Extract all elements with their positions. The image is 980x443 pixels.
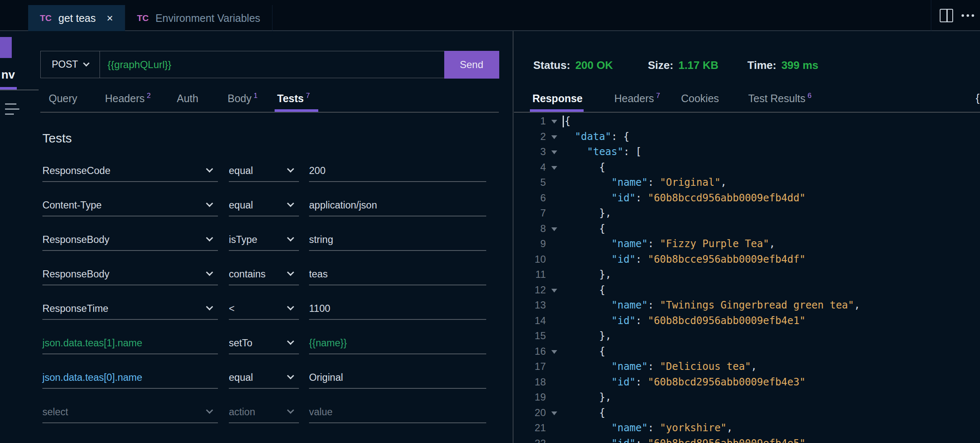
test-operator-select[interactable]: equal — [229, 195, 299, 216]
code-line: 3"teas": [ — [514, 144, 980, 160]
test-operator-select[interactable]: setTo — [229, 333, 299, 354]
panel-divider[interactable] — [513, 31, 514, 443]
fold-arrow-icon[interactable] — [546, 134, 563, 139]
code-text: }, — [563, 330, 611, 342]
code-line: 15}, — [514, 328, 980, 344]
method-select[interactable]: POST — [41, 51, 100, 78]
code-line: 11}, — [514, 267, 980, 282]
editor-tab-environment-variables[interactable]: TCEnvironment Variables — [125, 5, 273, 31]
response-body-editor[interactable]: 1{2"data": {3"teas": [4{5"name": "Origin… — [514, 113, 980, 443]
test-expected-value-input[interactable]: {{name}} — [309, 333, 486, 354]
tab-tests[interactable]: Tests7 — [277, 88, 310, 112]
test-expected-value-input[interactable]: string — [309, 229, 486, 251]
fold-arrow-icon[interactable] — [546, 349, 563, 354]
test-field-select[interactable]: json.data.teas[1].name — [42, 333, 218, 354]
test-operator-select[interactable]: equal — [229, 161, 299, 182]
tab-headers[interactable]: Headers7 — [614, 88, 660, 112]
json-key: "id" — [611, 192, 636, 204]
tab-label: Cookies — [681, 92, 719, 105]
fold-arrow-icon[interactable] — [546, 287, 563, 293]
line-number: 19 — [514, 391, 546, 403]
json-punctuation: { — [599, 223, 605, 235]
json-string: "Original" — [660, 177, 721, 188]
editor-tab-label: Environment Variables — [155, 12, 260, 24]
send-button[interactable]: Send — [444, 51, 499, 79]
fold-arrow-icon[interactable] — [546, 165, 563, 170]
tab-label: Tests — [277, 92, 304, 105]
test-field-select[interactable]: json.data.teas[0].name — [42, 367, 218, 389]
test-field-select[interactable]: ResponseBody — [42, 264, 218, 285]
code-line: 7}, — [514, 206, 980, 221]
editor-tab-get-teas[interactable]: TCget teas× — [28, 5, 125, 31]
json-punctuation: }, — [599, 207, 611, 219]
test-operator-select[interactable]: < — [229, 298, 299, 320]
test-field-value: ResponseBody — [42, 269, 109, 280]
close-icon[interactable]: × — [107, 13, 113, 24]
menu-icon[interactable] — [5, 103, 19, 119]
test-operator-select[interactable]: action — [229, 402, 299, 423]
test-field-select[interactable]: select — [42, 402, 218, 423]
sidebar-purple-button[interactable] — [0, 37, 12, 58]
url-input[interactable]: {{graphQLurl}} — [100, 51, 445, 78]
fold-arrow-icon[interactable] — [546, 410, 563, 415]
test-field-value: ResponseCode — [42, 165, 110, 177]
json-punctuation: }, — [599, 391, 611, 403]
sidebar-env-tab[interactable]: nv — [1, 68, 15, 82]
tab-headers[interactable]: Headers2 — [105, 88, 151, 112]
test-operator-select[interactable]: contains — [229, 264, 299, 285]
chevron-down-icon — [287, 200, 294, 207]
json-key: "name" — [611, 422, 648, 434]
test-field-select[interactable]: ResponseBody — [42, 229, 218, 251]
split-editor-icon[interactable] — [940, 9, 953, 22]
code-text: { — [563, 223, 605, 235]
fold-arrow-icon[interactable] — [546, 149, 563, 154]
test-expected-value-input[interactable]: Original — [309, 367, 486, 389]
format-json-icon[interactable]: { — [976, 92, 980, 105]
code-line: 1{ — [514, 113, 980, 129]
tab-response[interactable]: Response — [532, 88, 582, 112]
test-field-select[interactable]: ResponseTime — [42, 298, 218, 320]
url-row: POST {{graphQLurl}} Send — [40, 51, 499, 78]
json-key: "name" — [611, 177, 648, 188]
test-expected-value-input[interactable]: value — [309, 402, 486, 423]
test-field-value: ResponseBody — [42, 234, 109, 245]
test-operator-select[interactable]: equal — [229, 367, 299, 389]
tab-test-results[interactable]: Test Results6 — [748, 88, 812, 112]
more-actions-icon[interactable] — [962, 14, 974, 17]
line-number: 14 — [514, 315, 546, 327]
code-text: "name": "Delicious tea", — [563, 361, 757, 372]
response-meta: Status:200 OKSize:1.17 KBTime:399 ms — [514, 59, 980, 72]
thunder-client-icon: TC — [40, 13, 52, 23]
test-expected-value-input[interactable]: 200 — [309, 161, 486, 182]
test-row: ResponseTime<1100 — [40, 298, 499, 320]
tab-label: Response — [532, 92, 582, 105]
json-punctuation: : — [648, 361, 660, 372]
test-expected-value-input[interactable]: teas — [309, 264, 486, 285]
test-field-select[interactable]: Content-Type — [42, 195, 218, 216]
json-string: "60b8bcd8956abb0009efb4e5" — [648, 438, 806, 443]
json-punctuation: }, — [599, 330, 611, 342]
test-operator-select[interactable]: isType — [229, 229, 299, 251]
code-line: 20{ — [514, 405, 980, 421]
line-number: 4 — [514, 161, 546, 173]
test-field-select[interactable]: ResponseCode — [42, 161, 218, 182]
tab-query[interactable]: Query — [49, 88, 77, 112]
tab-auth[interactable]: Auth — [177, 88, 198, 112]
meta-value: 399 ms — [781, 59, 818, 72]
code-text: "name": "Twinings Gingerbread green tea"… — [563, 299, 860, 311]
tab-body[interactable]: Body1 — [228, 88, 257, 112]
response-tabs: { ResponseHeaders7CookiesTest Results6 — [514, 88, 980, 113]
chevron-down-icon — [206, 200, 213, 207]
test-field-value: json.data.teas[1].name — [42, 338, 142, 349]
fold-arrow-icon[interactable] — [546, 226, 563, 231]
json-punctuation: : — [648, 299, 660, 311]
tab-label: Query — [49, 92, 77, 105]
fold-arrow-icon[interactable] — [546, 119, 563, 124]
code-text: "name": "Fizzy Purple Tea", — [563, 238, 775, 250]
test-expected-value-input[interactable]: 1100 — [309, 298, 486, 320]
line-number: 18 — [514, 376, 546, 388]
json-string: "Fizzy Purple Tea" — [660, 238, 769, 250]
test-expected-value-input[interactable]: application/json — [309, 195, 486, 216]
test-field-value: ResponseTime — [42, 303, 108, 314]
tab-cookies[interactable]: Cookies — [681, 88, 719, 112]
